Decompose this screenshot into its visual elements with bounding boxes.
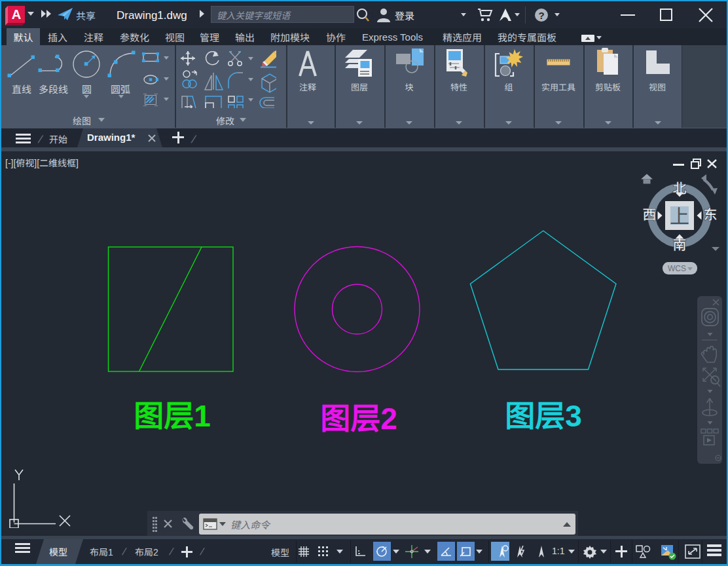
svg-text:东: 东 [704, 204, 718, 223]
svg-text:A: A [12, 7, 21, 22]
svg-text:?: ? [538, 10, 544, 21]
svg-text:上: 上 [670, 200, 689, 229]
svg-text:西: 西 [643, 204, 657, 223]
